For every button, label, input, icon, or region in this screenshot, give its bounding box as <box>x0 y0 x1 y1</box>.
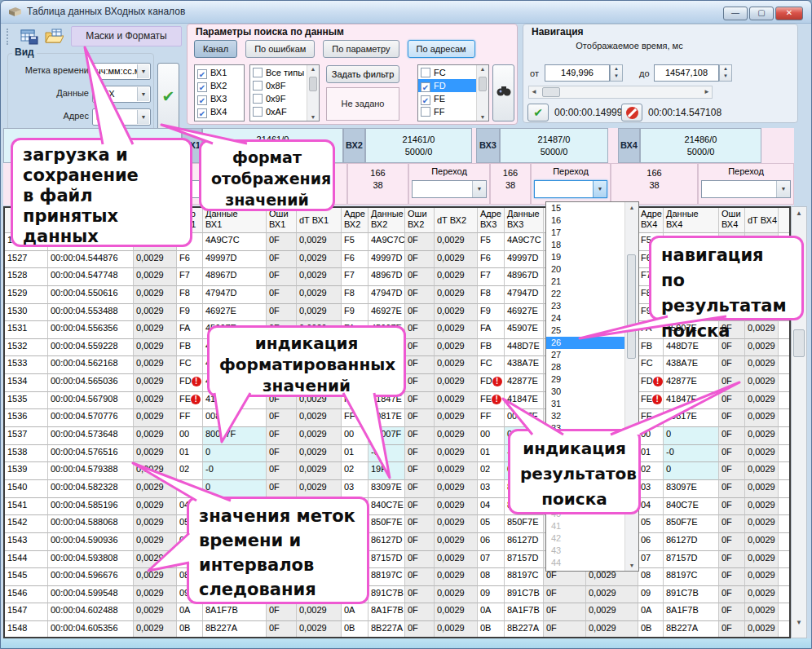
table-cell[interactable]: 1537 <box>5 427 48 445</box>
table-cell[interactable]: 0,0029 <box>297 409 342 427</box>
table-cell[interactable]: 891C7B <box>368 586 405 604</box>
table-cell[interactable]: 8A1F7B <box>203 603 267 621</box>
table-cell[interactable]: FD! <box>478 374 505 392</box>
table-cell[interactable]: 0F <box>267 268 297 286</box>
table-cell[interactable]: 06 <box>478 533 505 551</box>
table-cell[interactable]: F7 <box>177 268 203 286</box>
table-cell[interactable]: 01 <box>177 445 203 463</box>
table-cell[interactable] <box>779 392 791 410</box>
set-filter-button[interactable]: Задать фильтр <box>326 65 399 83</box>
table-cell[interactable]: 80007F <box>368 427 405 445</box>
table-cell[interactable]: 0,0029 <box>435 356 478 374</box>
table-cell[interactable]: 0,0029 <box>745 427 779 445</box>
transition-combo-bx2[interactable]: ▼ <box>412 180 487 198</box>
table-cell[interactable]: 0F <box>267 427 297 445</box>
table-cell[interactable]: 08 <box>638 568 664 586</box>
table-row[interactable]: 153600:00:04.5707760,0029FF00817E0F0,002… <box>5 409 789 427</box>
table-cell[interactable]: 03 <box>342 480 368 498</box>
table-cell[interactable]: 0,0029 <box>745 445 779 463</box>
table-cell[interactable]: 00:00:04.576516 <box>48 445 134 463</box>
scrollbar-thumb[interactable] <box>627 254 636 359</box>
table-cell[interactable]: 45907E <box>505 321 544 339</box>
transition-combo-bx3-open[interactable]: ▼ <box>534 180 607 198</box>
chevron-down-icon[interactable]: ▼ <box>472 181 486 197</box>
table-cell[interactable]: 0,0029 <box>586 621 638 638</box>
table-cell[interactable]: 1548 <box>5 621 48 638</box>
table-cell[interactable]: 0F <box>405 515 435 533</box>
table-cell[interactable]: 48967D <box>368 268 405 286</box>
scroll-up-icon[interactable]: ▲ <box>477 66 488 72</box>
table-cell[interactable]: 0F <box>405 551 435 569</box>
table-cell[interactable]: 0,0029 <box>745 498 779 516</box>
table-cell[interactable]: FA <box>478 321 505 339</box>
table-cell[interactable]: 08 <box>478 568 505 586</box>
table-cell[interactable]: 0,0029 <box>586 586 638 604</box>
table-cell[interactable]: 00 <box>478 427 505 445</box>
table-cell[interactable]: 09 <box>638 586 664 604</box>
table-cell[interactable]: 0 <box>664 427 719 445</box>
table-cell[interactable]: 00:00:04.579388 <box>48 462 134 480</box>
table-cell[interactable]: 0,0029 <box>134 445 177 463</box>
table-cell[interactable]: 02 <box>638 462 664 480</box>
table-cell[interactable]: 01 <box>342 445 368 463</box>
table-cell[interactable]: 0F <box>405 498 435 516</box>
search-tab-По адресам[interactable]: По адресам <box>408 40 475 58</box>
table-cell[interactable]: F6 <box>478 251 505 269</box>
table-cell[interactable]: 0F <box>267 462 297 480</box>
table-cell[interactable]: 8A1F7B <box>368 603 405 621</box>
table-cell[interactable]: 448D7E <box>505 339 544 357</box>
table-cell[interactable]: 0 <box>203 445 267 463</box>
minimize-button[interactable]: — <box>723 7 748 20</box>
table-cell[interactable]: 07 <box>478 551 505 569</box>
table-cell[interactable]: 19F <box>368 462 405 480</box>
table-cell[interactable]: 0F <box>405 586 435 604</box>
scroll-up-icon[interactable]: ▲ <box>625 205 638 210</box>
table-cell[interactable] <box>779 621 791 638</box>
table-cell[interactable]: F6 <box>177 251 203 269</box>
table-cell[interactable]: 0,0029 <box>745 321 779 339</box>
table-cell[interactable]: 46927E <box>203 304 267 322</box>
table-cell[interactable]: 86127D <box>664 533 719 551</box>
slider-left-arrow-icon[interactable]: ◄ <box>531 88 537 95</box>
table-cell[interactable]: 0F <box>719 533 745 551</box>
table-cell[interactable] <box>779 321 791 339</box>
table-cell[interactable]: 0,0029 <box>134 374 177 392</box>
table-cell[interactable] <box>779 356 791 374</box>
table-cell[interactable]: 0,0029 <box>435 339 478 357</box>
table-cell[interactable]: 0A <box>638 603 664 621</box>
table-cell[interactable]: 0F <box>544 603 586 621</box>
load-table-button[interactable] <box>43 27 64 46</box>
table-cell[interactable]: 0,0029 <box>134 286 177 304</box>
address-format-combo[interactable]: HEX ▼ <box>92 108 151 126</box>
table-cell[interactable]: 1531 <box>5 321 48 339</box>
table-cell[interactable]: 0F <box>719 498 745 516</box>
table-cell[interactable]: 8B227A <box>368 621 405 638</box>
table-cell[interactable]: 02 <box>177 462 203 480</box>
table-cell[interactable]: 0,0029 <box>297 233 342 251</box>
scroll-up-icon[interactable]: ▲ <box>792 210 806 217</box>
table-cell[interactable]: FF <box>478 409 505 427</box>
table-cell[interactable]: 0,0029 <box>134 304 177 322</box>
table-cell[interactable]: 0,0029 <box>745 462 779 480</box>
checkbox-unchecked-icon[interactable] <box>253 81 263 91</box>
table-cell[interactable]: 0,0029 <box>134 551 177 569</box>
table-cell[interactable]: 0F <box>719 356 745 374</box>
table-cell[interactable]: 00817E <box>203 409 267 427</box>
table-cell[interactable]: 1528 <box>5 268 48 286</box>
table-cell[interactable]: 0,0029 <box>435 533 478 551</box>
checkbox-checked-icon[interactable]: ✔ <box>197 108 207 118</box>
table-cell[interactable]: 1532 <box>5 339 48 357</box>
table-cell[interactable] <box>779 427 791 445</box>
table-cell[interactable]: 1546 <box>5 586 48 604</box>
table-cell[interactable]: 49997D <box>203 251 267 269</box>
table-row[interactable]: 154400:00:04.5938080,00290787157D0F0,002… <box>5 551 789 569</box>
table-cell[interactable]: 0A <box>478 603 505 621</box>
table-cell[interactable]: 00:00:04.582328 <box>48 480 134 498</box>
table-cell[interactable]: 09 <box>478 586 505 604</box>
table-cell[interactable]: 00:00:04.567908 <box>48 392 134 410</box>
table-cell[interactable]: 00:00:04.585196 <box>48 498 134 516</box>
table-cell[interactable]: 1530 <box>5 304 48 322</box>
table-cell[interactable]: 1533 <box>5 356 48 374</box>
scroll-down-icon[interactable]: ▼ <box>792 619 806 626</box>
table-cell[interactable] <box>779 586 791 604</box>
